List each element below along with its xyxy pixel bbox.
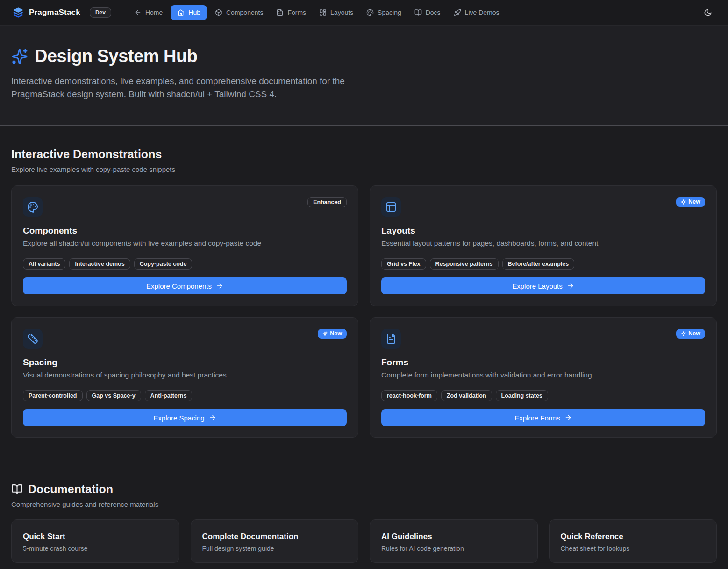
feature-tag: Gap vs Space-y <box>86 390 141 401</box>
tag-row: Parent-controlled Gap vs Space-y Anti-pa… <box>23 390 347 401</box>
nav-label: Home <box>145 9 163 16</box>
feature-tag: Loading states <box>496 390 548 401</box>
nav-label: Docs <box>426 9 441 16</box>
feature-tag: Responsive patterns <box>430 258 499 270</box>
top-navbar: PragmaStack Dev Home Hub Components Fo <box>0 0 728 26</box>
brand-name: PragmaStack <box>29 8 80 17</box>
badge-label: New <box>330 331 342 337</box>
new-badge: New <box>676 197 705 207</box>
arrow-right-icon <box>216 282 223 290</box>
feature-tag: Anti-patterns <box>145 390 193 401</box>
card-title: AI Guidelines <box>381 532 526 541</box>
demos-section-heading: Interactive Demonstrations <box>11 126 717 161</box>
card-description: Essential layout patterns for pages, das… <box>381 239 705 248</box>
demo-card-layouts[interactable]: New Layouts Essential layout patterns fo… <box>370 185 717 306</box>
file-text-icon <box>276 9 284 16</box>
env-badge: Dev <box>90 7 111 18</box>
explore-spacing-button[interactable]: Explore Spacing <box>23 409 347 426</box>
arrow-left-icon <box>134 9 142 16</box>
sparkles-icon <box>322 331 328 336</box>
card-title: Spacing <box>23 357 347 368</box>
layers-logo-icon <box>12 7 24 19</box>
rocket-icon <box>454 9 461 16</box>
book-open-icon <box>11 484 23 495</box>
button-label: Explore Spacing <box>153 414 204 422</box>
new-badge: New <box>318 329 347 339</box>
card-title: Layouts <box>381 226 705 236</box>
card-description: Explore all shadcn/ui components with li… <box>23 239 347 248</box>
palette-icon <box>366 9 374 16</box>
explore-layouts-button[interactable]: Explore Layouts <box>381 277 705 294</box>
nav-item-components[interactable]: Components <box>210 5 268 20</box>
explore-forms-button[interactable]: Explore Forms <box>381 409 705 426</box>
card-description: Full design system guide <box>202 545 347 552</box>
new-badge: New <box>676 329 705 339</box>
layout-panel-icon <box>381 197 401 217</box>
feature-tag: Zod validation <box>441 390 492 401</box>
page-description: Interactive demonstrations, live example… <box>11 75 361 101</box>
card-description: 5-minute crash course <box>23 545 168 552</box>
doc-card-quick-start[interactable]: Quick Start 5-minute crash course <box>11 519 179 563</box>
button-label: Explore Components <box>146 282 212 290</box>
docs-heading-label: Documentation <box>28 483 113 496</box>
feature-tag: Parent-controlled <box>23 390 83 401</box>
status-badge: Enhanced <box>307 197 347 207</box>
doc-card-grid: Quick Start 5-minute crash course Comple… <box>11 519 717 563</box>
page-title: Design System Hub <box>35 46 197 66</box>
brand[interactable]: PragmaStack Dev <box>12 7 111 19</box>
card-title: Components <box>23 226 347 236</box>
tag-row: All variants Interactive demos Copy-past… <box>23 258 347 270</box>
doc-card-ai-guidelines[interactable]: AI Guidelines Rules for AI code generati… <box>370 519 538 563</box>
sparkles-icon <box>11 48 28 65</box>
explore-components-button[interactable]: Explore Components <box>23 277 347 294</box>
feature-tag: Interactive demos <box>69 258 130 270</box>
card-description: Visual demonstrations of spacing philoso… <box>23 371 347 379</box>
docs-section-heading: Documentation <box>11 460 717 496</box>
nav-label: Hub <box>188 9 200 16</box>
card-description: Cheat sheet for lookups <box>561 545 706 552</box>
sparkles-icon <box>681 199 686 205</box>
nav-item-live-demos[interactable]: Live Demos <box>449 5 505 20</box>
layout-grid-icon <box>319 9 327 16</box>
book-open-icon <box>414 9 422 16</box>
badge-label: New <box>688 199 700 205</box>
nav-item-home[interactable]: Home <box>129 5 168 20</box>
nav-item-spacing[interactable]: Spacing <box>361 5 407 20</box>
doc-card-quick-reference[interactable]: Quick Reference Cheat sheet for lookups <box>549 519 717 563</box>
card-title: Forms <box>381 357 705 368</box>
nav-label: Components <box>226 9 263 16</box>
nav-label: Live Demos <box>465 9 500 16</box>
nav-item-docs[interactable]: Docs <box>409 5 446 20</box>
feature-tag: Before/after examples <box>502 258 575 270</box>
doc-card-complete-documentation[interactable]: Complete Documentation Full design syste… <box>191 519 359 563</box>
home-icon <box>177 9 185 16</box>
arrow-right-icon <box>564 414 572 421</box>
demo-card-forms[interactable]: New Forms Complete form implementations … <box>370 317 717 438</box>
main-content: Interactive Demonstrations Explore live … <box>0 126 728 563</box>
nav-item-hub[interactable]: Hub <box>171 5 207 20</box>
card-title: Complete Documentation <box>202 532 347 541</box>
button-label: Explore Layouts <box>512 282 563 290</box>
demo-card-components[interactable]: Enhanced Components Explore all shadcn/u… <box>11 185 358 306</box>
tag-row: Grid vs Flex Responsive patterns Before/… <box>381 258 705 270</box>
demo-card-grid: Enhanced Components Explore all shadcn/u… <box>11 185 717 438</box>
demo-card-spacing[interactable]: New Spacing Visual demonstrations of spa… <box>11 317 358 438</box>
card-title: Quick Start <box>23 532 168 541</box>
nav-label: Spacing <box>378 9 401 16</box>
nav-label: Forms <box>287 9 306 16</box>
nav-item-layouts[interactable]: Layouts <box>314 5 358 20</box>
palette-icon <box>23 197 43 217</box>
tag-row: react-hook-form Zod validation Loading s… <box>381 390 705 401</box>
nav-label: Layouts <box>330 9 353 16</box>
card-title: Quick Reference <box>561 532 706 541</box>
main-nav: Home Hub Components Forms Layouts <box>129 5 505 20</box>
demos-section-subheading: Explore live examples with copy-paste co… <box>11 165 717 173</box>
theme-toggle-button[interactable] <box>700 5 716 21</box>
card-description: Rules for AI code generation <box>381 545 526 552</box>
badge-label: New <box>688 331 700 337</box>
nav-item-forms[interactable]: Forms <box>271 5 311 20</box>
feature-tag: Copy-paste code <box>134 258 193 270</box>
moon-icon <box>704 8 712 17</box>
feature-tag: All variants <box>23 258 65 270</box>
sparkles-icon <box>681 331 686 336</box>
